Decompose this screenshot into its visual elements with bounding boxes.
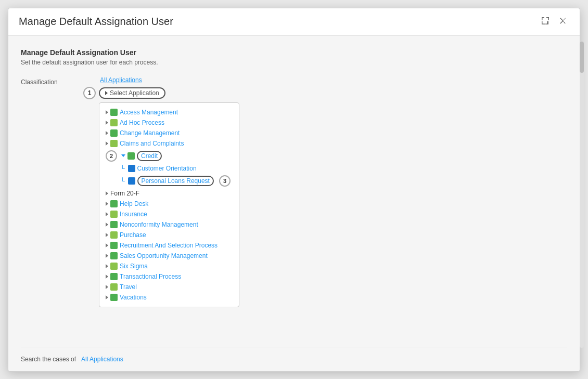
- list-item[interactable]: Purchase: [99, 230, 239, 240]
- chevron-right-icon: [106, 191, 108, 195]
- item-label: Recruitment And Selection Process: [120, 242, 218, 249]
- chevron-right-icon: [106, 110, 108, 114]
- close-button[interactable]: [557, 16, 569, 28]
- item-label: Sales Opportunity Management: [120, 252, 208, 259]
- list-item[interactable]: Access Management: [99, 107, 239, 117]
- modal-title: Manage Default Assignation User: [19, 16, 173, 28]
- list-item[interactable]: Help Desk: [99, 199, 239, 209]
- list-item[interactable]: Insurance: [99, 209, 239, 219]
- list-item[interactable]: Transactional Process: [99, 271, 239, 282]
- app-icon: [110, 231, 118, 239]
- select-application-button[interactable]: Select Application: [99, 87, 165, 99]
- list-item[interactable]: └ Customer Orientation: [99, 163, 239, 174]
- app-icon: [110, 221, 118, 228]
- item-label: Customer Orientation: [137, 165, 197, 172]
- chevron-right-icon: [106, 275, 108, 279]
- app-icon: [110, 119, 118, 126]
- chevron-right-icon: [106, 243, 108, 247]
- app-icon: [110, 252, 118, 259]
- item-label: Purchase: [120, 231, 146, 239]
- application-dropdown[interactable]: Access Management Ad Hoc Process: [99, 102, 239, 307]
- section-title: Manage Default Assignation User: [21, 48, 567, 57]
- chevron-right-icon: [106, 131, 108, 135]
- close-icon: [559, 17, 567, 25]
- item-label: Change Management: [120, 129, 180, 137]
- item-label: Personal Loans Request: [137, 176, 214, 186]
- list-item[interactable]: Travel: [99, 282, 239, 292]
- app-icon: [110, 263, 118, 270]
- modal-header: Manage Default Assignation User: [8, 8, 580, 36]
- modal-wrapper: Manage Default Assignation User Manage D…: [0, 0, 588, 379]
- section-subtitle: Set the default assignation user for eac…: [21, 59, 567, 66]
- modal-body: Manage Default Assignation User Set the …: [8, 36, 580, 371]
- maximize-icon: [541, 17, 549, 25]
- item-label: Travel: [120, 283, 137, 291]
- classification-area: All Applications 1 Select Application: [83, 76, 567, 307]
- classification-label: Classification: [21, 76, 73, 86]
- modal-header-icons: [539, 16, 569, 28]
- item-label: Form 20-F: [110, 190, 139, 197]
- item-label: Insurance: [120, 211, 147, 218]
- app-icon: [128, 165, 135, 172]
- item-label: Six Sigma: [120, 263, 148, 270]
- app-icon: [110, 109, 118, 116]
- item-label: Ad Hoc Process: [120, 119, 164, 126]
- list-item[interactable]: Nonconformity Management: [99, 219, 239, 230]
- app-icon: [110, 140, 118, 147]
- chevron-right-icon: [106, 254, 108, 258]
- scrollbar-track[interactable]: [580, 42, 584, 348]
- select-application-label: Select Application: [110, 89, 159, 97]
- select-application-row: 1 Select Application: [83, 87, 165, 99]
- item-label: Credit: [137, 151, 162, 161]
- item-label: Claims and Complaints: [120, 140, 184, 147]
- step-number-3: 3: [219, 175, 231, 187]
- chevron-right-icon: [106, 121, 108, 125]
- list-item[interactable]: Vacations: [99, 292, 239, 303]
- list-item[interactable]: Six Sigma: [99, 261, 239, 271]
- search-cases-value: All Applications: [81, 356, 123, 363]
- app-icon: [110, 242, 118, 249]
- item-label: Transactional Process: [120, 273, 181, 280]
- list-item[interactable]: Sales Opportunity Management: [99, 251, 239, 261]
- scrollbar-thumb[interactable]: [580, 42, 584, 73]
- connector-icon: └: [120, 177, 125, 185]
- app-icon: [110, 283, 118, 291]
- step-number-1: 1: [83, 87, 96, 99]
- item-label: Nonconformity Management: [120, 221, 198, 228]
- classification-row: Classification All Applications 1 Select…: [21, 76, 567, 307]
- list-item[interactable]: Ad Hoc Process: [99, 117, 239, 128]
- footer-row: Search the cases of All Applications: [21, 347, 567, 371]
- list-item[interactable]: Claims and Complaints: [99, 138, 239, 149]
- maximize-button[interactable]: [539, 16, 552, 28]
- list-item[interactable]: Change Management: [99, 128, 239, 138]
- list-item[interactable]: Form 20-F: [99, 188, 239, 199]
- chevron-right-icon: [106, 223, 108, 227]
- step-number-2: 2: [106, 150, 117, 162]
- item-label: Vacations: [120, 294, 147, 301]
- app-icon: [110, 200, 118, 207]
- list-item[interactable]: └ Personal Loans Request 3: [99, 174, 239, 188]
- app-icon: [110, 129, 118, 137]
- chevron-right-icon: [106, 233, 108, 237]
- chevron-right-icon: [106, 264, 108, 268]
- chevron-right-icon: [106, 202, 108, 206]
- chevron-right-icon: [106, 285, 108, 289]
- search-cases-label: Search the cases of: [21, 356, 76, 363]
- chevron-right-icon: [105, 91, 108, 95]
- connector-icon: └: [120, 165, 125, 172]
- app-icon: [127, 152, 135, 160]
- chevron-right-icon: [106, 212, 108, 216]
- app-icon: [110, 211, 118, 218]
- list-item[interactable]: 2 Credit: [99, 149, 239, 163]
- modal-dialog: Manage Default Assignation User Manage D…: [8, 8, 580, 372]
- chevron-down-icon: [121, 154, 125, 157]
- app-icon: [128, 177, 135, 185]
- chevron-right-icon: [106, 141, 108, 146]
- app-icon: [110, 273, 118, 280]
- app-icon: [110, 294, 118, 301]
- item-label: Help Desk: [120, 200, 148, 207]
- list-item[interactable]: Recruitment And Selection Process: [99, 240, 239, 251]
- item-label: Access Management: [120, 109, 178, 116]
- all-applications-link[interactable]: All Applications: [100, 76, 142, 84]
- chevron-right-icon: [106, 295, 108, 299]
